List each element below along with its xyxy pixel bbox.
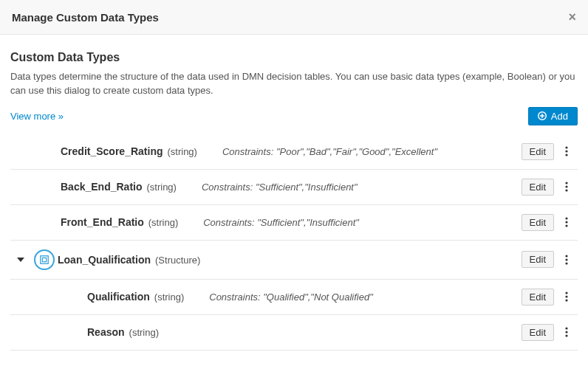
kebab-icon[interactable] — [561, 145, 572, 158]
svg-point-19 — [565, 328, 567, 330]
data-type-list-wrapper: Credit_Score_Rating (string) Constraints… — [0, 134, 588, 383]
kebab-icon[interactable] — [561, 180, 572, 193]
data-type-constraints: Constraints: "Qualified","Not Qualified" — [209, 291, 373, 303]
svg-point-2 — [565, 151, 567, 153]
data-type-list[interactable]: Credit_Score_Rating (string) Constraints… — [10, 134, 578, 373]
svg-point-18 — [565, 300, 567, 302]
edit-button[interactable]: Edit — [522, 251, 554, 268]
add-button[interactable]: Add — [528, 107, 578, 125]
svg-point-6 — [565, 190, 567, 192]
edit-button[interactable]: Edit — [522, 324, 554, 341]
data-type-constraints: Constraints: "Sufficient","Insufficient" — [202, 182, 358, 193]
dialog-title: Manage Custom Data Types — [12, 11, 159, 24]
data-type-constraints: Constraints: "Poor","Bad","Fair","Good",… — [222, 146, 437, 157]
data-type-name: Credit_Score_Rating — [61, 145, 163, 157]
svg-point-16 — [565, 292, 567, 294]
data-type-type: (string) — [146, 182, 176, 193]
svg-point-15 — [565, 262, 567, 264]
dialog-body: Custom Data Types Data types determine t… — [0, 35, 588, 134]
svg-point-9 — [565, 225, 567, 227]
data-type-type: (string) — [154, 291, 184, 303]
data-type-row: Loan_Qualification (Structure) Edit — [10, 241, 578, 280]
data-type-type: (string) — [129, 327, 159, 338]
chevron-down-icon — [17, 256, 24, 263]
svg-point-14 — [565, 258, 567, 260]
data-type-type: (string) — [167, 146, 196, 157]
svg-rect-12 — [42, 258, 46, 261]
section-title: Custom Data Types — [10, 51, 578, 64]
kebab-icon[interactable] — [561, 253, 572, 266]
edit-button[interactable]: Edit — [522, 179, 554, 196]
svg-rect-11 — [41, 255, 49, 263]
svg-marker-10 — [17, 258, 24, 262]
data-type-row: Reason (string) Edit — [10, 315, 578, 351]
svg-point-3 — [565, 154, 567, 156]
manage-data-types-dialog: Manage Custom Data Types × Custom Data T… — [0, 0, 588, 383]
svg-point-13 — [565, 255, 567, 257]
structure-icon-wrap — [31, 249, 58, 270]
kebab-icon[interactable] — [561, 215, 572, 229]
edit-button[interactable]: Edit — [522, 214, 554, 231]
toolbar-row: View more » Add — [10, 107, 578, 125]
svg-point-7 — [565, 218, 567, 220]
dialog-header: Manage Custom Data Types × — [0, 0, 588, 35]
add-button-label: Add — [551, 111, 568, 122]
close-icon[interactable]: × — [568, 10, 576, 24]
view-more-link[interactable]: View more » — [10, 111, 64, 122]
svg-point-17 — [565, 296, 567, 298]
data-type-row: Front_End_Ratio (string) Constraints: "S… — [10, 205, 578, 241]
svg-point-20 — [565, 331, 567, 334]
svg-point-21 — [565, 335, 567, 337]
edit-button[interactable]: Edit — [522, 289, 554, 306]
data-type-name: Qualification — [87, 291, 150, 303]
plus-icon — [538, 111, 547, 120]
data-type-name: Reason — [87, 326, 125, 338]
structure-icon — [34, 249, 55, 270]
expand-toggle[interactable] — [10, 256, 31, 263]
kebab-icon[interactable] — [561, 325, 572, 339]
data-type-name: Front_End_Ratio — [61, 216, 144, 228]
section-description: Data types determine the structure of th… — [10, 70, 578, 98]
data-type-row: Credit_Score_Rating (string) Constraints… — [10, 134, 578, 170]
kebab-icon[interactable] — [561, 290, 572, 303]
svg-point-8 — [565, 221, 567, 224]
data-type-type: (string) — [148, 217, 178, 228]
data-type-name: Loan_Qualification — [58, 254, 151, 266]
data-type-row: Back_End_Ratio (string) Constraints: "Su… — [10, 170, 578, 205]
svg-point-1 — [565, 147, 567, 149]
data-type-constraints: Constraints: "Sufficient","Insufficient" — [203, 217, 359, 228]
svg-point-5 — [565, 186, 567, 188]
edit-button[interactable]: Edit — [522, 143, 554, 160]
svg-point-4 — [565, 182, 567, 184]
data-type-row: Qualification (string) Constraints: "Qua… — [10, 280, 578, 315]
data-type-name: Back_End_Ratio — [61, 181, 142, 193]
data-type-type: (Structure) — [155, 255, 200, 266]
